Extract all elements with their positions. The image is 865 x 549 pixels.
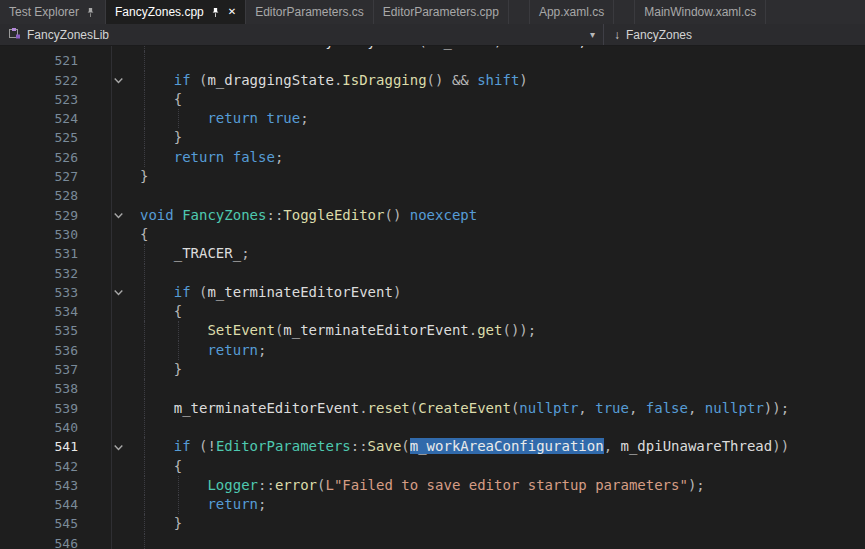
line-number[interactable]: 546 [0, 534, 78, 549]
line-number[interactable]: 529 [0, 206, 78, 225]
fold-arrow-icon[interactable] [112, 286, 125, 299]
pin-icon[interactable] [85, 7, 96, 18]
line-number[interactable]: 527 [0, 167, 78, 186]
code-line[interactable]: 526 return false; [0, 148, 865, 167]
code-line[interactable]: 536 return; [0, 341, 865, 360]
code-line[interactable]: 544 return; [0, 495, 865, 514]
code-line[interactable]: 541 if (!EditorParameters::Save(m_workAr… [0, 437, 865, 456]
code-line[interactable]: 525 } [0, 128, 865, 147]
code-line[interactable]: 530{ [0, 225, 865, 244]
fold-arrow-icon[interactable] [112, 74, 125, 87]
line-number[interactable]: 536 [0, 341, 78, 360]
code-text: m_terminateEditorEvent.reset(CreateEvent… [140, 399, 789, 418]
code-lines: 520 bool shift = GetAsyncKeyState(VK_SHI… [0, 46, 865, 549]
code-text: SetEvent(m_terminateEditorEvent.get()); [140, 321, 536, 340]
line-number[interactable]: 538 [0, 379, 78, 398]
code-line[interactable]: 539 m_terminateEditorEvent.reset(CreateE… [0, 399, 865, 418]
line-number[interactable]: 545 [0, 514, 78, 533]
member-dropdown-label: FancyZones [626, 28, 692, 42]
code-text: _TRACER_; [140, 244, 250, 263]
line-number[interactable]: 534 [0, 302, 78, 321]
code-text: { [140, 225, 148, 244]
line-number[interactable]: 521 [0, 51, 78, 70]
code-text: Logger::error(L"Failed to save editor st… [140, 476, 705, 495]
code-line[interactable]: 538 [0, 379, 865, 398]
project-icon [8, 27, 21, 43]
tab-app-xaml-cs[interactable]: App.xaml.cs [529, 0, 614, 24]
code-text: { [140, 302, 182, 321]
code-line[interactable]: 537 } [0, 360, 865, 379]
line-number[interactable]: 530 [0, 225, 78, 244]
indent-guide [144, 379, 145, 398]
code-text: } [140, 360, 182, 379]
line-number[interactable]: 526 [0, 148, 78, 167]
code-line[interactable]: 524 return true; [0, 109, 865, 128]
tab-label: EditorParameters.cs [255, 5, 364, 19]
line-number[interactable]: 522 [0, 71, 78, 90]
tab-mainwindow-xaml-cs[interactable]: MainWindow.xaml.cs [634, 0, 766, 24]
line-number[interactable]: 542 [0, 457, 78, 476]
code-line[interactable]: 540 [0, 418, 865, 437]
code-text: } [140, 514, 182, 533]
line-number[interactable]: 523 [0, 90, 78, 109]
code-text: { [140, 457, 182, 476]
code-line[interactable]: 521 [0, 51, 865, 70]
code-text: return; [140, 495, 266, 514]
code-line[interactable]: 542 { [0, 457, 865, 476]
code-text: { [140, 90, 182, 109]
code-text: if (!EditorParameters::Save(m_workAreaCo… [140, 437, 789, 456]
code-text: if (m_terminateEditorEvent) [140, 283, 401, 302]
line-number[interactable]: 533 [0, 283, 78, 302]
code-text: return true; [140, 109, 309, 128]
chevron-down-icon[interactable]: ▾ [590, 29, 595, 40]
member-dropdown[interactable]: ↓ FancyZones [604, 24, 702, 45]
code-line[interactable]: 543 Logger::error(L"Failed to save edito… [0, 476, 865, 495]
code-line[interactable]: 534 { [0, 302, 865, 321]
code-text: } [140, 167, 148, 186]
line-number[interactable]: 537 [0, 360, 78, 379]
tab-fancyzones-cpp[interactable]: FancyZones.cpp✕ [106, 0, 246, 24]
tab-editorparameters-cs[interactable]: EditorParameters.cs [246, 0, 374, 24]
line-number[interactable]: 535 [0, 321, 78, 340]
fold-arrow-icon[interactable] [112, 441, 125, 454]
code-line[interactable]: 522 if (m_draggingState.IsDragging() && … [0, 71, 865, 90]
code-line[interactable]: 546 [0, 534, 865, 549]
tab-label: MainWindow.xaml.cs [644, 5, 756, 19]
line-number[interactable]: 543 [0, 476, 78, 495]
fold-arrow-icon[interactable] [112, 209, 125, 222]
line-number[interactable]: 539 [0, 399, 78, 418]
indent-guide [144, 534, 145, 549]
tab-editorparameters-cpp[interactable]: EditorParameters.cpp [374, 0, 509, 24]
code-line[interactable]: 545 } [0, 514, 865, 533]
line-number[interactable]: 541 [0, 437, 78, 456]
line-number[interactable]: 525 [0, 128, 78, 147]
code-line[interactable]: 527} [0, 167, 865, 186]
line-number[interactable]: 528 [0, 186, 78, 205]
code-line[interactable]: 533 if (m_terminateEditorEvent) [0, 283, 865, 302]
project-dropdown-label: FancyZonesLib [27, 28, 109, 42]
line-number[interactable]: 540 [0, 418, 78, 437]
pin-icon[interactable] [210, 7, 221, 18]
code-text: return; [140, 341, 266, 360]
close-icon[interactable]: ✕ [228, 7, 236, 17]
tab-label: FancyZones.cpp [115, 5, 204, 19]
selected-text: m_workAreaConfiguration [410, 438, 604, 454]
line-number[interactable]: 532 [0, 264, 78, 283]
code-line[interactable]: 535 SetEvent(m_terminateEditorEvent.get(… [0, 321, 865, 340]
code-line[interactable]: 523 { [0, 90, 865, 109]
indent-guide [144, 418, 145, 437]
code-line[interactable]: 532 [0, 264, 865, 283]
down-arrow-icon: ↓ [614, 28, 620, 42]
code-line[interactable]: 528 [0, 186, 865, 205]
indent-guide [144, 264, 145, 283]
tab-test-explorer[interactable]: Test Explorer [0, 0, 106, 24]
line-number[interactable]: 544 [0, 495, 78, 514]
project-dropdown[interactable]: FancyZonesLib ▾ [0, 24, 604, 45]
line-number[interactable]: 531 [0, 244, 78, 263]
code-editor[interactable]: 520 bool shift = GetAsyncKeyState(VK_SHI… [0, 46, 865, 549]
line-number[interactable]: 524 [0, 109, 78, 128]
code-line[interactable]: 531 _TRACER_; [0, 244, 865, 263]
code-text: if (m_draggingState.IsDragging() && shif… [140, 71, 528, 90]
tab-label: EditorParameters.cpp [383, 5, 499, 19]
code-line[interactable]: 529void FancyZones::ToggleEditor() noexc… [0, 206, 865, 225]
